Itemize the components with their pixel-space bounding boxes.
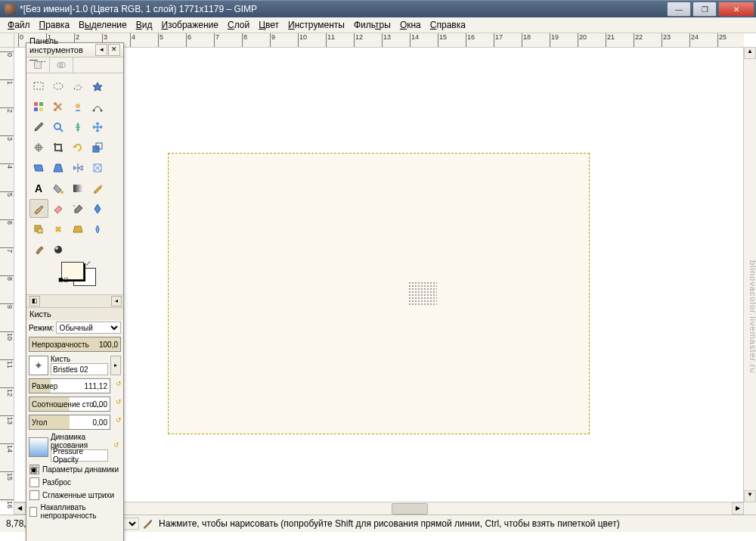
brush-dropdown-icon[interactable]: ▸ <box>110 356 121 375</box>
tool-blend[interactable] <box>69 179 88 197</box>
ruler-corner[interactable] <box>0 33 14 48</box>
tool-blur[interactable] <box>88 219 107 238</box>
menu-windows[interactable]: Окна <box>395 18 426 32</box>
menu-tools[interactable]: Инструменты <box>284 18 349 32</box>
tool-dodge-burn[interactable] <box>49 240 68 259</box>
tool-bucket-fill[interactable] <box>49 179 68 197</box>
tool-paths[interactable] <box>88 97 107 116</box>
tool-flip[interactable] <box>69 158 88 177</box>
minimize-button[interactable]: — <box>667 2 691 17</box>
menu-edit[interactable]: Правка <box>35 18 75 32</box>
dynamics-thumb[interactable] <box>29 437 48 457</box>
opacity-slider[interactable]: Непрозрачность 100,0 <box>29 337 121 352</box>
tool-cage[interactable] <box>88 158 107 177</box>
expand-icon: ▣ <box>29 465 39 474</box>
tool-measure[interactable] <box>69 117 88 136</box>
check-scatter[interactable]: Разброс <box>26 476 123 489</box>
tool-foreground-select[interactable] <box>69 97 88 116</box>
menu-image[interactable]: Изображение <box>156 18 223 32</box>
size-slider[interactable]: Размер 111,12 <box>29 378 110 393</box>
tool-airbrush[interactable] <box>69 199 88 218</box>
tool-ink[interactable] <box>88 199 107 218</box>
expand-dynparams[interactable]: ▣Параметры динамики <box>26 463 123 476</box>
tool-heal[interactable] <box>49 219 68 238</box>
ratio-reset-icon[interactable]: ↺ <box>114 398 123 410</box>
options-title: Кисть <box>26 308 123 320</box>
check-smooth[interactable]: Сглаженные штрихи <box>26 489 123 502</box>
toolbox-close-button[interactable]: ✕ <box>108 44 120 56</box>
toolbox-tab[interactable] <box>50 58 73 73</box>
swap-colors-icon[interactable]: ⤢ <box>85 260 91 267</box>
tool-color-picker[interactable] <box>29 117 48 136</box>
tool-ellipse-select[interactable] <box>49 76 68 95</box>
ruler-vertical[interactable]: 0 1 2 3 4 5 6 7 8 9 10 11 12 13 14 15 16 <box>0 47 14 502</box>
brush-cursor-icon <box>408 281 437 306</box>
dynamics-reset-icon[interactable]: ↺ <box>112 441 121 453</box>
tool-eraser[interactable] <box>49 199 68 218</box>
toolbox-titlebar[interactable]: Панель инструментов —… ◂ ✕ <box>26 43 123 58</box>
tool-clone[interactable] <box>29 219 48 238</box>
tool-zoom[interactable] <box>49 117 68 136</box>
maximize-button[interactable]: ❐ <box>692 2 717 17</box>
brush-thumb[interactable]: ✦ <box>29 356 48 375</box>
canvas[interactable] <box>168 153 590 434</box>
menu-select[interactable]: Выделение <box>74 18 132 32</box>
menu-view[interactable]: Вид <box>132 18 157 32</box>
tool-shear[interactable] <box>29 158 48 177</box>
menu-help[interactable]: Справка <box>426 18 470 32</box>
angle-slider[interactable]: Угол 0,00 <box>29 415 110 430</box>
tool-scissors[interactable] <box>49 97 68 116</box>
checkbox-icon <box>29 477 39 487</box>
default-colors-icon[interactable]: ◼◻ <box>58 276 69 283</box>
tool-perspective-clone[interactable] <box>69 219 88 238</box>
svg-rect-6 <box>39 102 43 106</box>
options-tab-icon[interactable]: ◧ <box>29 296 40 306</box>
tool-paintbrush[interactable] <box>29 199 48 218</box>
size-reset-icon[interactable]: ↺ <box>114 380 123 392</box>
svg-point-10 <box>54 108 57 111</box>
ratio-slider[interactable]: Соотношение сто… 0,00 <box>29 396 110 412</box>
dynamics-name[interactable]: Pressure Opacity <box>51 449 108 462</box>
toolbox-menu-button[interactable]: ◂ <box>95 44 107 56</box>
close-button[interactable]: ✕ <box>718 2 754 17</box>
brush-name[interactable]: Bristles 02 <box>51 363 108 375</box>
tool-rect-select[interactable] <box>29 76 48 95</box>
tool-perspective[interactable] <box>49 158 68 177</box>
check-accum[interactable]: Накапливать непрозрачность <box>26 502 123 521</box>
tool-free-select[interactable] <box>69 76 88 95</box>
svg-point-19 <box>60 191 64 194</box>
tool-by-color-select[interactable] <box>29 97 48 116</box>
tool-fuzzy-select[interactable] <box>88 76 107 95</box>
toolbox-tab[interactable] <box>26 58 50 73</box>
scroll-right-icon[interactable]: ▶ <box>732 502 744 515</box>
tool-smudge[interactable] <box>29 240 48 259</box>
menu-layer[interactable]: Слой <box>223 18 254 32</box>
tool-move[interactable] <box>88 117 107 136</box>
scroll-left-icon[interactable]: ◀ <box>14 502 26 515</box>
title-bar: *[Без имени]-1.0 (Цвета RGB, 1 слой) 177… <box>0 0 756 17</box>
options-menu-icon[interactable]: ◂ <box>111 296 122 306</box>
nav-corner-button[interactable] <box>743 502 756 515</box>
svg-text:A: A <box>35 182 42 194</box>
scroll-down-icon[interactable]: ▼ <box>744 490 756 502</box>
tool-text[interactable]: A <box>29 179 48 197</box>
svg-rect-23 <box>38 229 42 233</box>
tool-rotate[interactable] <box>69 138 88 157</box>
tool-crop[interactable] <box>49 138 68 157</box>
tool-scale[interactable] <box>88 138 107 157</box>
tool-pencil[interactable] <box>88 179 107 197</box>
paintbrush-icon <box>142 518 153 529</box>
menu-filters[interactable]: Фильтры <box>349 18 395 32</box>
hscroll-thumb[interactable] <box>392 503 428 515</box>
menu-bar: Файл Правка Выделение Вид Изображение Сл… <box>0 17 756 33</box>
checkbox-icon <box>29 507 37 517</box>
mode-label: Режим: <box>29 324 54 332</box>
status-hint: Нажмите, чтобы нарисовать (попробуйте Sh… <box>156 518 753 529</box>
menu-file[interactable]: Файл <box>3 18 35 32</box>
tool-align[interactable] <box>29 138 48 157</box>
menu-color[interactable]: Цвет <box>254 18 284 32</box>
svg-point-12 <box>93 109 95 111</box>
scroll-up-icon[interactable]: ▲ <box>744 47 756 59</box>
mode-select[interactable]: Обычный <box>56 322 121 334</box>
angle-reset-icon[interactable]: ↺ <box>114 416 123 428</box>
